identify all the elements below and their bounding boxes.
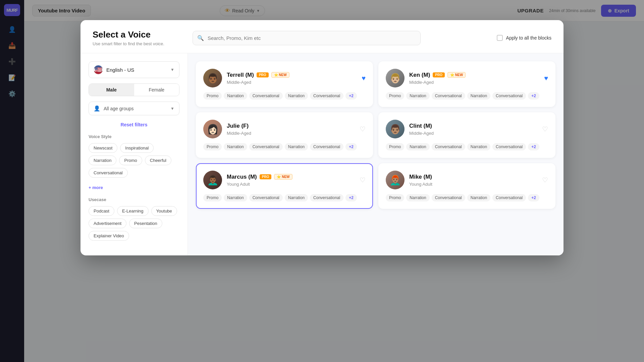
like-button-terrell[interactable]: ♥ (362, 74, 366, 82)
tag-narration-clint: Narration (406, 143, 429, 150)
tag-narration2-clint: Narration (467, 143, 490, 150)
tag-conversational-terrell: Conversational (249, 92, 283, 100)
voice-card-terrell[interactable]: 👨🏾 Terrell (M) PRO ⭐ NEW Middle-Aged (196, 61, 373, 107)
voice-name-terrell: Terrell (M) (227, 72, 254, 78)
voice-name-marcus: Marcus (M) (227, 174, 257, 180)
tag-conversational2-marcus: Conversational (310, 194, 343, 201)
search-input[interactable] (193, 31, 421, 45)
voice-age-mike: Young Adult (409, 182, 537, 187)
age-group-dropdown[interactable]: 👤 All age groups ▼ (89, 102, 179, 115)
tag-conversational-ken: Conversational (432, 92, 465, 100)
voice-name-julie: Julie (F) (227, 123, 249, 129)
voice-name-ken: Ken (M) (409, 72, 430, 78)
voice-card-clint[interactable]: 👨🏽 Clint (M) Middle-Aged ♡ Prom (378, 112, 555, 158)
chevron-down-icon: ▼ (170, 67, 174, 72)
modal-header: Select a Voice Use smart filter to find … (80, 20, 564, 53)
like-button-ken[interactable]: ♥ (544, 74, 548, 82)
reset-filters-link[interactable]: Reset filters (89, 122, 179, 127)
card-tags-julie: Promo Narration Conversational Narration… (203, 143, 366, 150)
voice-card-ken[interactable]: 👨🏼 Ken (M) PRO ⭐ NEW Middle-Aged ♥ (378, 61, 555, 107)
tag-cheerful[interactable]: Cheerful (145, 156, 171, 165)
language-dropdown[interactable]: 🇺🇸 English - US ▼ (89, 61, 179, 78)
tag-conversational-mike: Conversational (432, 194, 465, 201)
tag-conversational-clint: Conversational (432, 143, 465, 150)
tag-promo-marcus: Promo (203, 194, 222, 201)
tag-elearning[interactable]: E-Learning (117, 206, 149, 216)
card-tags-marcus: Promo Narration Conversational Narration… (203, 194, 366, 201)
tag-youtube[interactable]: Youtube (151, 206, 177, 216)
voice-card-marcus[interactable]: 👨🏾‍🦱 Marcus (M) PRO ⭐ NEW Young Adult (196, 163, 373, 209)
tag-newscast[interactable]: Newscast (89, 143, 117, 153)
card-info-julie: Julie (F) Middle-Aged (227, 123, 355, 136)
card-header-ken: 👨🏼 Ken (M) PRO ⭐ NEW Middle-Aged ♥ (386, 69, 548, 87)
tag-promo-clint: Promo (386, 143, 404, 150)
apply-all-checkbox[interactable] (497, 35, 503, 41)
voice-style-more-link[interactable]: + more (89, 185, 103, 190)
pro-badge-terrell: PRO (257, 72, 269, 77)
tag-conversational-marcus: Conversational (249, 194, 283, 201)
tag-narration2-julie: Narration (285, 143, 308, 150)
voice-select-modal: Select a Voice Use smart filter to find … (80, 20, 564, 255)
usecase-tags: Podcast E-Learning Youtube Advertisement… (89, 206, 179, 241)
age-chevron-icon: ▼ (170, 106, 174, 111)
modal-subtitle: Use smart filter to find the best voice. (93, 41, 164, 46)
card-header-terrell: 👨🏾 Terrell (M) PRO ⭐ NEW Middle-Aged (203, 69, 366, 87)
voice-age-clint: Middle-Aged (409, 131, 537, 136)
tag-explainer-video[interactable]: Explainer Video (89, 231, 129, 241)
gender-female-button[interactable]: Female (134, 84, 179, 96)
modal-overlay: Select a Voice Use smart filter to find … (0, 0, 644, 362)
language-label: English - US (106, 67, 134, 73)
tag-promo-ken: Promo (386, 92, 404, 100)
card-tags-terrell: Promo Narration Conversational Narration… (203, 92, 366, 100)
card-tags-ken: Promo Narration Conversational Narration… (386, 92, 548, 100)
tag-advertisement[interactable]: Advertisement (89, 219, 126, 228)
voice-age-terrell: Middle-Aged (227, 80, 357, 85)
like-button-mike[interactable]: ♡ (542, 176, 548, 184)
tag-narration-terrell: Narration (224, 92, 247, 100)
avatar-ken: 👨🏼 (386, 69, 405, 87)
tag-more-ken: +2 (528, 92, 539, 100)
age-group-label: All age groups (104, 106, 134, 111)
avatar-clint: 👨🏽 (386, 120, 405, 138)
voice-name-mike: Mike (M) (409, 174, 432, 180)
voice-name-clint: Clint (M) (409, 123, 432, 129)
avatar-marcus: 👨🏾‍🦱 (203, 171, 222, 189)
tag-conversational-julie: Conversational (249, 143, 283, 150)
tag-more-clint: +2 (528, 143, 539, 150)
gender-male-button[interactable]: Male (89, 84, 134, 96)
tag-more-julie: +2 (345, 143, 357, 150)
tag-promo-terrell: Promo (203, 92, 222, 100)
voice-card-mike[interactable]: 👨🏽‍🦰 Mike (M) Young Adult ♡ Pr (378, 163, 555, 209)
search-icon: 🔍 (197, 35, 204, 41)
voice-style-tags: Newscast Inspirational Narration Promo C… (89, 143, 179, 178)
avatar-mike: 👨🏽‍🦰 (386, 171, 405, 189)
card-tags-mike: Promo Narration Conversational Narration… (386, 194, 548, 201)
new-badge-ken: ⭐ NEW (447, 72, 466, 78)
modal-title: Select a Voice (93, 29, 164, 40)
tag-more-mike: +2 (528, 194, 539, 201)
tag-conversational2-clint: Conversational (492, 143, 526, 150)
card-info-ken: Ken (M) PRO ⭐ NEW Middle-Aged (409, 72, 539, 85)
tag-presentation[interactable]: Pesentation (129, 219, 162, 228)
tag-narration-ken: Narration (406, 92, 429, 100)
tag-promo-mike: Promo (386, 194, 404, 201)
tag-podcast[interactable]: Podcast (89, 206, 114, 216)
voice-card-julie[interactable]: 👩🏻 Julie (F) Middle-Aged ♡ Prom (196, 112, 373, 158)
tag-promo[interactable]: Promo (119, 156, 142, 165)
tag-conversational2-terrell: Conversational (310, 92, 343, 100)
modal-body: 🇺🇸 English - US ▼ Male Female 👤 All age … (80, 53, 564, 255)
like-button-julie[interactable]: ♡ (360, 125, 366, 133)
like-button-clint[interactable]: ♡ (542, 125, 548, 133)
card-header-mike: 👨🏽‍🦰 Mike (M) Young Adult ♡ (386, 171, 548, 189)
card-info-clint: Clint (M) Middle-Aged (409, 123, 537, 136)
apply-all-label: Apply to all the blocks (506, 35, 551, 41)
card-info-mike: Mike (M) Young Adult (409, 174, 537, 187)
avatar-julie: 👩🏻 (203, 120, 222, 138)
like-button-marcus[interactable]: ♡ (360, 176, 366, 184)
tag-narration2-ken: Narration (467, 92, 490, 100)
left-panel: 🇺🇸 English - US ▼ Male Female 👤 All age … (80, 53, 188, 255)
voice-cards-grid: 👨🏾 Terrell (M) PRO ⭐ NEW Middle-Aged (196, 61, 555, 209)
tag-inspirational[interactable]: Inspirational (120, 143, 154, 153)
tag-narration[interactable]: Narration (89, 156, 116, 165)
tag-conversational[interactable]: Conversational (89, 168, 128, 178)
